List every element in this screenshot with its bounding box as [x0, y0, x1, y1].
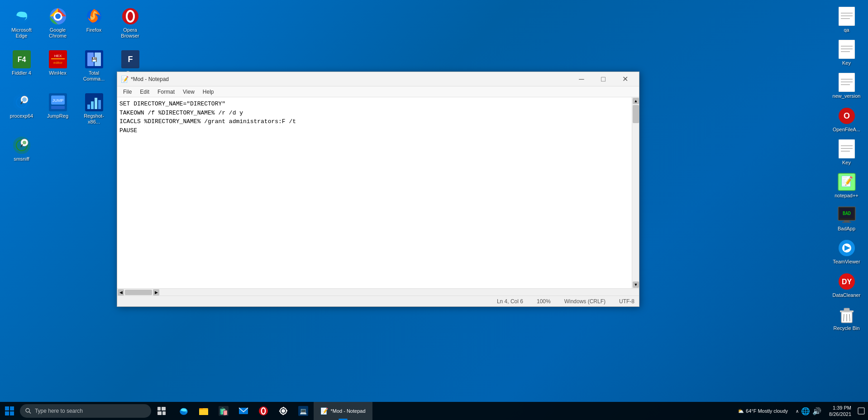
- fiddler4-label: Fiddler 4: [12, 70, 31, 76]
- svg-rect-83: [10, 406, 14, 410]
- desktop-icon-total-commander[interactable]: 💾 Total Comma...: [77, 48, 111, 88]
- close-button[interactable]: ✕: [615, 73, 635, 86]
- svg-rect-78: [844, 308, 849, 311]
- new-version-icon: [837, 73, 856, 92]
- search-input[interactable]: [35, 408, 146, 414]
- desktop-icon-procexp64[interactable]: procexp64: [5, 91, 38, 131]
- desktop-icon-smsniff[interactable]: smsniff: [5, 134, 38, 164]
- notepad-statusbar: Ln 4, Col 6 100% Windows (CRLF) UTF-8: [117, 296, 639, 306]
- desktop-icon-winhex[interactable]: HEX editor WinHex: [41, 48, 75, 88]
- menu-edit[interactable]: Edit: [136, 88, 153, 96]
- firefox-icon: [85, 7, 104, 26]
- desktop-icon-key1[interactable]: Key: [830, 38, 863, 68]
- microsoft-edge-icon: [12, 7, 31, 26]
- status-zoom: 100%: [537, 298, 551, 305]
- taskbar-weather[interactable]: ⛅ 64°F Mostly cloudy: [734, 408, 792, 414]
- volume-icon[interactable]: 🔊: [812, 407, 821, 415]
- taskbar-pinned-apps: 🛍️: [174, 402, 313, 420]
- network-icon[interactable]: 🌐: [801, 407, 810, 415]
- desktop-icon-google-chrome[interactable]: Google Chrome: [41, 5, 75, 45]
- svg-rect-47: [839, 7, 855, 26]
- notepad-content-area: ▲ ▼: [117, 97, 639, 288]
- total-commander-icon: 💾: [85, 50, 104, 69]
- desktop-icon-regshot[interactable]: Regshot-x86...: [77, 91, 111, 131]
- svg-rect-89: [162, 407, 166, 410]
- taskbar-notepad-label: *Mod - Notepad: [330, 408, 365, 414]
- menu-file[interactable]: File: [119, 88, 135, 96]
- taskbar-opera[interactable]: [254, 402, 273, 420]
- recycle-bin-icon: [837, 305, 856, 324]
- key1-icon: [837, 40, 856, 59]
- notification-button[interactable]: [857, 402, 866, 420]
- taskbar-store[interactable]: 🛍️: [214, 402, 233, 420]
- jumpreg-icon: JUMP: [48, 93, 67, 112]
- badapp-label: BadApp: [838, 226, 855, 232]
- datacleaner-icon: DY: [837, 272, 856, 291]
- chevron-icon[interactable]: ∧: [796, 409, 799, 414]
- qa-label: qa: [844, 27, 849, 33]
- desktop-icon-qa[interactable]: qa: [830, 5, 863, 35]
- taskbar-clock[interactable]: 1:39 PM 8/26/2021: [825, 405, 855, 418]
- svg-text:🛍️: 🛍️: [219, 407, 228, 415]
- menu-view[interactable]: View: [179, 88, 198, 96]
- notepad-textarea[interactable]: [117, 97, 632, 288]
- notepad-titlebar[interactable]: 📝 *Mod - Notepad ─ □ ✕: [117, 72, 639, 86]
- key2-icon: [837, 139, 856, 158]
- svg-rect-82: [5, 406, 9, 410]
- desktop-icon-jumpreg[interactable]: JUMP JumpReg: [41, 91, 75, 131]
- taskbar-unknown-app[interactable]: 💻: [294, 402, 313, 420]
- taskbar-search-bar[interactable]: [20, 404, 151, 418]
- taskbar-notepad[interactable]: 📝 *Mod - Notepad: [314, 402, 372, 420]
- far-icon: F: [121, 50, 140, 69]
- svg-line-81: [849, 314, 850, 321]
- taskbar-file-explorer[interactable]: [194, 402, 213, 420]
- svg-text:💾: 💾: [91, 57, 97, 62]
- desktop-icon-openfile[interactable]: O OpenFileA...: [830, 104, 863, 135]
- total-commander-label: Total Comma...: [79, 70, 109, 82]
- desktop-icon-opera[interactable]: Opera Browser: [113, 5, 147, 45]
- svg-rect-28: [51, 106, 65, 109]
- svg-rect-13: [51, 58, 65, 59]
- scrollbar-thumb[interactable]: [633, 105, 639, 123]
- taskbar-edge[interactable]: [174, 402, 193, 420]
- notepad-hscrollbar[interactable]: ◀ ▶: [117, 288, 639, 296]
- start-button[interactable]: [0, 402, 19, 420]
- svg-rect-55: [839, 73, 855, 92]
- recycle-bin-label: Recycle Bin: [833, 325, 859, 331]
- svg-rect-31: [87, 105, 90, 109]
- desktop-icon-teamviewer[interactable]: TeamViewer: [830, 236, 863, 267]
- status-position: Ln 4, Col 6: [497, 298, 523, 305]
- taskbar-taskview[interactable]: [152, 402, 171, 420]
- notepad-vscrollbar[interactable]: ▲ ▼: [632, 97, 639, 288]
- menu-format[interactable]: Format: [154, 88, 178, 96]
- desktop-icon-microsoft-edge[interactable]: Microsoft Edge: [5, 5, 38, 45]
- desktop-icon-badapp[interactable]: BAD BadApp: [830, 203, 863, 234]
- svg-text:F: F: [128, 55, 133, 64]
- taskbar: 🛍️: [0, 402, 868, 420]
- firefox-label: Firefox: [86, 27, 102, 33]
- svg-line-79: [844, 314, 844, 321]
- desktop-icon-new-version[interactable]: new_version: [830, 71, 863, 101]
- desktop-icons-right: qa Key new_versi: [825, 0, 868, 338]
- desktop-icon-firefox[interactable]: Firefox: [77, 5, 111, 45]
- taskbar-mail[interactable]: [234, 402, 253, 420]
- svg-rect-33: [95, 98, 97, 109]
- status-eol: Windows (CRLF): [564, 298, 606, 305]
- svg-rect-90: [157, 411, 162, 415]
- svg-point-4: [55, 14, 61, 19]
- menu-help[interactable]: Help: [199, 88, 218, 96]
- desktop-icon-datacleaner[interactable]: DY DataCleaner: [830, 270, 863, 301]
- svg-rect-106: [858, 408, 864, 414]
- minimize-button[interactable]: ─: [571, 73, 592, 86]
- svg-rect-32: [91, 101, 94, 109]
- svg-rect-84: [5, 411, 9, 415]
- desktop-icon-notepadpp[interactable]: 📝 notepad++: [830, 170, 863, 201]
- desktop-icon-recycle-bin[interactable]: Recycle Bin: [830, 303, 863, 334]
- taskbar-settings[interactable]: [274, 402, 293, 420]
- svg-text:HEX: HEX: [54, 54, 62, 58]
- system-tray-icons: ∧ 🌐 🔊: [793, 407, 824, 415]
- svg-point-24: [22, 97, 27, 102]
- maximize-button[interactable]: □: [593, 73, 614, 86]
- desktop-icon-key2[interactable]: Key: [830, 137, 863, 168]
- desktop-icon-fiddler4[interactable]: F4 Fiddler 4: [5, 48, 38, 88]
